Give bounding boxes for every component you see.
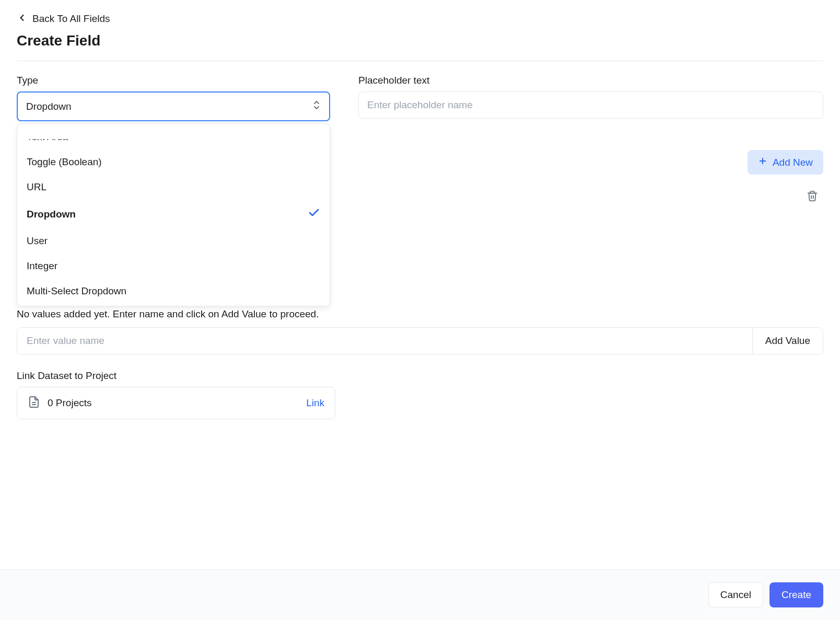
type-selected-value: Dropdown <box>26 101 72 112</box>
plus-icon <box>758 156 767 168</box>
value-input-row: Add Value <box>17 327 823 354</box>
type-dropdown-menu: Text Area Toggle (Boolean) URL Dropdown <box>17 123 330 306</box>
type-option-integer[interactable]: Integer <box>17 254 330 279</box>
type-option-text-area[interactable]: Text Area <box>17 139 330 150</box>
type-option-dropdown[interactable]: Dropdown <box>17 200 330 228</box>
document-icon <box>28 396 40 410</box>
trash-icon[interactable] <box>807 190 818 204</box>
values-empty-text: No values added yet. Enter name and clic… <box>17 308 823 320</box>
page-title: Create Field <box>17 32 823 61</box>
check-icon <box>308 206 320 222</box>
add-new-label: Add New <box>773 157 813 168</box>
type-option-user[interactable]: User <box>17 228 330 254</box>
back-link-label: Back To All Fields <box>32 13 110 25</box>
add-value-button[interactable]: Add Value <box>752 328 823 354</box>
placeholder-input[interactable] <box>358 91 823 119</box>
type-select[interactable]: Dropdown <box>17 91 330 121</box>
add-new-button[interactable]: Add New <box>748 150 823 175</box>
projects-count: 0 Projects <box>48 397 299 409</box>
value-name-input[interactable] <box>17 328 752 354</box>
link-action[interactable]: Link <box>306 397 324 409</box>
placeholder-label: Placeholder text <box>358 75 823 86</box>
type-option-multi-select[interactable]: Multi-Select Dropdown <box>17 279 330 304</box>
type-option-toggle[interactable]: Toggle (Boolean) <box>17 150 330 175</box>
chevron-left-icon <box>17 13 27 25</box>
chevron-updown-icon <box>312 100 321 113</box>
back-link[interactable]: Back To All Fields <box>17 0 823 32</box>
divider <box>17 61 823 61</box>
type-option-url[interactable]: URL <box>17 175 330 200</box>
link-dataset-box: 0 Projects Link <box>17 387 335 419</box>
link-dataset-label: Link Dataset to Project <box>17 370 823 382</box>
